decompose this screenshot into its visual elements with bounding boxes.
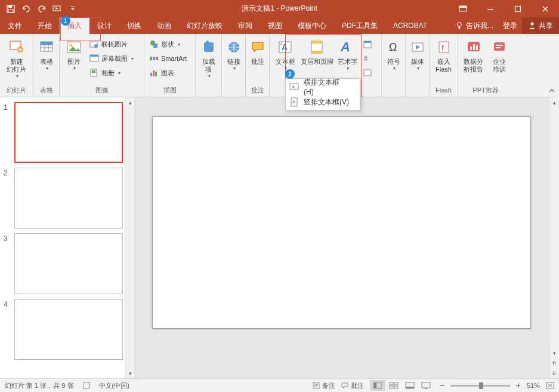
login-button[interactable]: 登录 — [498, 17, 522, 34]
language-label[interactable]: 中文(中国) — [99, 381, 129, 390]
window-title: 演示文稿1 - PowerPoint — [242, 4, 317, 14]
comments-toggle-button[interactable]: 批注 — [341, 381, 364, 390]
normal-view-button[interactable] — [370, 380, 385, 391]
close-button[interactable] — [532, 0, 559, 17]
undo-button[interactable] — [19, 2, 33, 16]
link-icon — [224, 38, 243, 57]
scroll-down-button[interactable]: ▾ — [125, 368, 135, 378]
tell-me-button[interactable]: 告诉我... — [450, 17, 498, 34]
data-analysis-button[interactable]: 数据分 析报告 — [461, 36, 487, 84]
zoom-slider-thumb[interactable] — [479, 382, 483, 389]
date-time-button[interactable] — [360, 37, 375, 51]
maximize-button[interactable] — [504, 0, 532, 17]
tab-view[interactable]: 视图 — [260, 17, 290, 34]
media-icon — [408, 38, 427, 57]
zoom-out-button[interactable]: − — [440, 381, 444, 390]
symbol-label: 符号 — [387, 58, 400, 66]
slide-canvas[interactable] — [152, 116, 531, 329]
comment-button[interactable]: 批注 — [248, 36, 267, 84]
thumbnail-3[interactable] — [14, 233, 123, 294]
save-button[interactable] — [4, 2, 18, 16]
online-pictures-button[interactable]: 联机图片 — [87, 37, 136, 51]
thumbnail-row-4[interactable]: 4 — [0, 294, 135, 360]
textbox-button[interactable]: A 文本框 ▾ — [272, 36, 298, 84]
links-button[interactable]: 链接 ▾ — [224, 36, 243, 84]
photo-album-button[interactable]: 相册▾ — [87, 66, 136, 80]
thumbnail-row-3[interactable]: 3 — [0, 229, 135, 294]
notes-button[interactable]: 备注 — [313, 381, 335, 390]
redo-button[interactable] — [35, 2, 49, 16]
svg-rect-64 — [376, 382, 382, 388]
scroll-up-button[interactable]: ▴ — [549, 97, 559, 107]
shapes-button[interactable]: 形状▾ — [147, 37, 189, 51]
tab-slideshow[interactable]: 幻灯片放映 — [179, 17, 230, 34]
zoom-level-label[interactable]: 51% — [527, 382, 540, 389]
share-button[interactable]: 共享 — [522, 17, 559, 34]
tab-template[interactable]: 模板中心 — [290, 17, 334, 34]
svg-rect-40 — [311, 51, 322, 53]
editor-scrollbar[interactable]: ▴ ▾ ⤊ ⤋ — [549, 97, 559, 378]
group-ppt-recommend: 数据分 析报告 企业 培训 PPT推荐 — [458, 34, 513, 97]
tab-pdf[interactable]: PDF工具集 — [334, 17, 385, 34]
slide-sorter-view-button[interactable] — [386, 380, 402, 391]
embed-flash-button[interactable]: f 嵌入 Flash — [432, 36, 455, 84]
thumbnail-row-1[interactable]: 1 — [0, 97, 135, 163]
fit-to-window-button[interactable] — [546, 382, 554, 389]
group-illustrations: 形状▾ SmartArt 图表 插图 — [144, 34, 196, 97]
scroll-up-button[interactable]: ▴ — [125, 97, 135, 107]
ribbon-tabs: 文件 开始 插入 设计 切换 动画 幻灯片放映 审阅 视图 模板中心 PDF工具… — [0, 17, 559, 34]
pictures-button[interactable]: 图片 ▾ — [62, 36, 86, 84]
person-icon — [528, 21, 536, 30]
header-footer-button[interactable]: 页眉和页脚 — [299, 36, 334, 84]
thumbnail-1[interactable] — [14, 102, 123, 163]
zoom-in-button[interactable]: + — [516, 381, 521, 390]
table-button[interactable]: 表格 ▾ — [36, 36, 57, 84]
thumbnail-4[interactable] — [14, 299, 123, 360]
enterprise-training-button[interactable]: 企业 培训 — [488, 36, 511, 84]
svg-rect-15 — [41, 42, 52, 45]
media-button[interactable]: 媒体 ▾ — [408, 36, 427, 84]
tab-design[interactable]: 设计 — [89, 17, 119, 34]
spell-check-icon[interactable] — [82, 381, 91, 390]
scroll-down-button[interactable]: ▾ — [549, 348, 559, 358]
thumbnail-row-2[interactable]: 2 — [0, 163, 135, 229]
horizontal-textbox-item[interactable]: A 横排文本框(H) — [286, 79, 360, 94]
flash-icon: f — [434, 38, 453, 57]
tell-me-label: 告诉我... — [466, 21, 493, 31]
zoom-slider[interactable] — [450, 385, 510, 387]
collapse-ribbon-button[interactable] — [548, 87, 557, 95]
symbol-button[interactable]: Ω 符号 ▾ — [384, 36, 403, 84]
ribbon-display-options-button[interactable] — [449, 0, 477, 17]
svg-rect-29 — [150, 73, 152, 76]
wordart-button[interactable]: A 艺术字 ▾ — [335, 36, 359, 84]
vertical-textbox-item[interactable]: A 竖排文本框(V) — [286, 94, 360, 110]
tab-insert[interactable]: 插入 — [60, 17, 89, 34]
screenshot-button[interactable]: 屏幕截图▾ — [87, 51, 136, 66]
tab-home[interactable]: 开始 — [30, 17, 60, 34]
tab-transitions[interactable]: 切换 — [119, 17, 149, 34]
chevron-down-icon: ▾ — [178, 42, 180, 47]
new-slide-button[interactable]: 新建 幻灯片 ▾ — [2, 36, 30, 84]
tab-file[interactable]: 文件 — [0, 17, 30, 34]
smartart-button[interactable]: SmartArt — [147, 51, 189, 66]
textbox-dropdown: A 横排文本框(H) A 竖排文本框(V) — [285, 78, 360, 110]
thumbnail-scrollbar[interactable]: ▴ ▾ — [125, 97, 135, 378]
tab-acrobat[interactable]: ACROBAT — [385, 17, 435, 34]
slideshow-view-button[interactable] — [418, 380, 434, 391]
thumbnail-2[interactable] — [14, 168, 123, 229]
tab-animations[interactable]: 动画 — [149, 17, 179, 34]
tab-review[interactable]: 审阅 — [230, 17, 260, 34]
object-button[interactable] — [360, 66, 375, 80]
svg-rect-55 — [496, 45, 503, 46]
minimize-button[interactable] — [477, 0, 504, 17]
previous-slide-button[interactable]: ⤊ — [549, 358, 559, 368]
addins-button[interactable]: 加载 项 ▾ — [198, 36, 219, 84]
slide-number-button[interactable]: # — [360, 51, 375, 66]
qat-customize-button[interactable] — [66, 2, 80, 16]
next-slide-button[interactable]: ⤋ — [549, 368, 559, 378]
start-from-beginning-button[interactable] — [50, 2, 64, 16]
chart-button[interactable]: 图表 — [147, 66, 189, 80]
group-addins-label — [198, 86, 219, 97]
reading-view-button[interactable] — [402, 380, 418, 391]
shapes-icon — [149, 39, 159, 49]
